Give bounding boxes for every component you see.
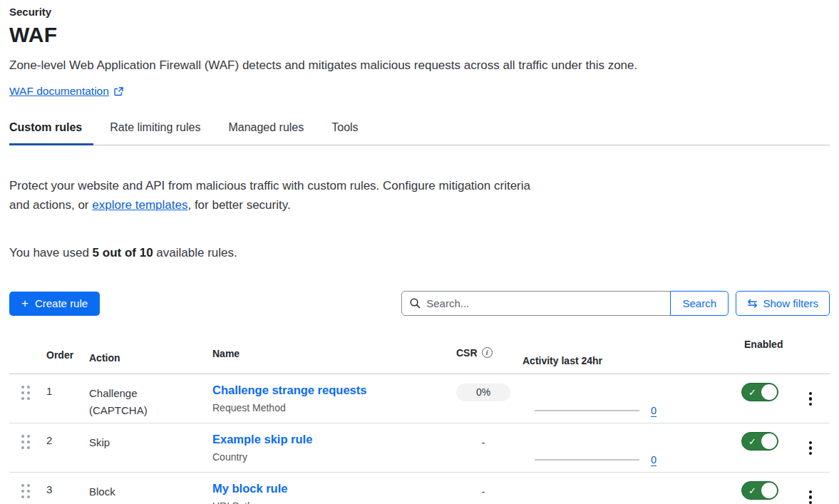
- rule-order: 1: [46, 374, 89, 423]
- table-row: 3 Block My block rule URI Path - 0 ✓: [9, 473, 830, 504]
- rule-order: 2: [46, 423, 89, 472]
- drag-handle-icon[interactable]: [21, 435, 30, 449]
- page-description: Zone-level Web Application Firewall (WAF…: [9, 58, 830, 73]
- rule-action: Skip: [89, 423, 212, 472]
- csr-info-icon[interactable]: i: [482, 347, 493, 358]
- rule-action: Challenge (CAPTCHA): [89, 374, 212, 423]
- tab-tools[interactable]: Tools: [331, 121, 369, 145]
- enabled-toggle[interactable]: ✓: [741, 481, 778, 500]
- search-input[interactable]: [401, 291, 671, 316]
- rule-field: URI Path: [212, 500, 456, 504]
- rule-name-link[interactable]: Challenge strange requests: [212, 384, 366, 396]
- plus-icon: +: [21, 297, 29, 309]
- csr-value: -: [456, 433, 510, 448]
- tab-custom-rules[interactable]: Custom rules: [9, 121, 93, 145]
- rules-table: Order Action Name CSR i Activity last 24…: [9, 334, 830, 504]
- drag-handle-icon[interactable]: [21, 484, 30, 498]
- kebab-menu-icon[interactable]: [805, 440, 817, 457]
- breadcrumb: Security: [9, 6, 830, 18]
- csr-badge: 0%: [456, 384, 510, 401]
- toolbar: + Create rule Search ⇆ Show filters: [9, 291, 830, 316]
- csr-value: -: [456, 482, 510, 498]
- header-csr: CSR i: [456, 339, 523, 366]
- activity-sparkline: [535, 459, 639, 461]
- activity-count-link[interactable]: 0: [651, 405, 657, 416]
- search-button[interactable]: Search: [670, 291, 729, 316]
- intro-text: Protect your website and API from malici…: [9, 176, 538, 215]
- kebab-menu-icon[interactable]: [805, 489, 817, 504]
- drag-handle-icon[interactable]: [21, 386, 30, 400]
- rule-name-link[interactable]: My block rule: [212, 482, 287, 495]
- table-row: 1 Challenge (CAPTCHA) Challenge strange …: [9, 374, 830, 423]
- check-icon: ✓: [748, 386, 756, 398]
- waf-documentation-link[interactable]: WAF documentation: [9, 85, 124, 98]
- tab-managed-rules[interactable]: Managed rules: [228, 121, 315, 145]
- waf-documentation-label: WAF documentation: [9, 85, 109, 98]
- rule-field: Country: [212, 451, 456, 463]
- show-filters-label: Show filters: [763, 297, 818, 309]
- rule-action: Block: [89, 473, 212, 504]
- usage-text: You have used 5 out of 10 available rule…: [9, 246, 830, 260]
- create-rule-label: Create rule: [35, 297, 88, 309]
- swap-arrows-icon: ⇆: [747, 297, 757, 309]
- waf-page: Security WAF Zone-level Web Application …: [0, 0, 839, 504]
- table-header-row: Order Action Name CSR i Activity last 24…: [9, 334, 830, 374]
- search-area: Search ⇆ Show filters: [401, 291, 830, 316]
- header-action: Action: [89, 339, 212, 366]
- page-title: WAF: [9, 23, 830, 47]
- rule-order: 3: [46, 473, 89, 504]
- kebab-menu-icon[interactable]: [805, 391, 817, 408]
- check-icon: ✓: [748, 436, 756, 448]
- usage-count: 5 out of 10: [93, 246, 153, 259]
- header-activity: Activity last 24hr: [523, 339, 741, 366]
- show-filters-button[interactable]: ⇆ Show filters: [736, 291, 830, 316]
- header-order: Order: [46, 339, 89, 366]
- check-icon: ✓: [748, 485, 756, 497]
- create-rule-button[interactable]: + Create rule: [9, 292, 100, 316]
- tab-rate-limiting-rules[interactable]: Rate limiting rules: [110, 121, 212, 145]
- enabled-toggle[interactable]: ✓: [741, 383, 778, 401]
- header-name: Name: [212, 339, 456, 366]
- explore-templates-link[interactable]: explore templates: [92, 198, 187, 212]
- rule-name-link[interactable]: Example skip rule: [212, 433, 312, 446]
- external-link-icon: [113, 86, 124, 97]
- activity-count-link[interactable]: 0: [651, 454, 657, 466]
- header-enabled: Enabled: [741, 339, 791, 366]
- activity-sparkline: [535, 410, 639, 411]
- table-row: 2 Skip Example skip rule Country - 0 ✓: [9, 423, 830, 473]
- search-icon: [409, 297, 421, 309]
- rule-field: Request Method: [212, 402, 456, 413]
- tab-bar: Custom rules Rate limiting rules Managed…: [9, 121, 830, 145]
- enabled-toggle[interactable]: ✓: [741, 432, 778, 451]
